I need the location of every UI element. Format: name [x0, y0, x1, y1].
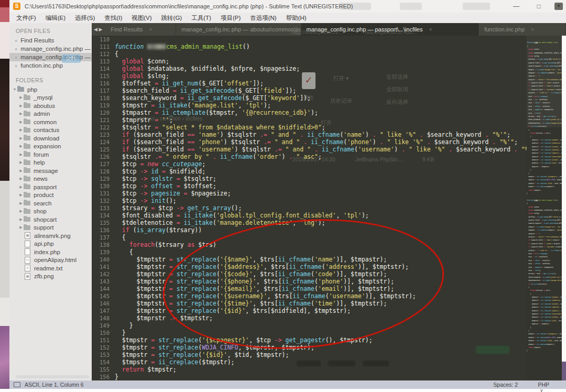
- chevron-right-icon[interactable]: ▶: [18, 177, 24, 181]
- folder-open-icon: [17, 87, 24, 92]
- code-text: if ($search_field == 'username') $tsqlst…: [115, 146, 527, 153]
- close-icon[interactable]: ×: [15, 63, 17, 69]
- chevron-down-icon: ∨: [540, 388, 543, 392]
- close-icon[interactable]: ×: [15, 55, 17, 60]
- menu-item[interactable]: 项目(P): [216, 14, 245, 22]
- tab-close-icon[interactable]: ×: [429, 27, 432, 32]
- folder-icon: [24, 95, 30, 100]
- tab-close-icon[interactable]: ×: [149, 27, 152, 32]
- open-file-item[interactable]: ×Find Results: [9, 36, 92, 45]
- menu-item[interactable]: 工具(T): [187, 14, 216, 22]
- folder-item-message[interactable]: ▶message: [9, 167, 92, 175]
- code-text: $tcp -> sqlstr = $tsqlstr;: [115, 175, 216, 182]
- folder-item-search[interactable]: ▶search: [9, 199, 92, 208]
- image-file-icon: ▦: [25, 273, 30, 280]
- folder-item-help[interactable]: ▶help: [9, 159, 92, 167]
- chevron-right-icon[interactable]: ▶: [18, 160, 24, 165]
- syntax-label[interactable]: PHP: [538, 382, 549, 388]
- maximize-button[interactable]: □: [531, 0, 547, 13]
- code-text: foreach($trsary as $trs): [115, 241, 216, 248]
- chevron-right-icon[interactable]: ▶: [18, 144, 24, 148]
- chevron-right-icon[interactable]: ▶: [18, 112, 24, 116]
- code-text: $tmptstr = str_replace('{$time}', $trs[i…: [115, 300, 387, 307]
- menu-item[interactable]: 选择(S): [70, 14, 100, 22]
- background-thumbnail-purple: [0, 326, 9, 392]
- folder-item-product[interactable]: ▶product: [9, 191, 92, 200]
- file-item-readme.txt[interactable]: ≡readme.txt: [9, 264, 92, 273]
- tab-scroll-arrows-icon[interactable]: ◀ ▶: [92, 23, 105, 36]
- folder-item-forum[interactable]: ▶forum: [9, 150, 92, 159]
- code-line: 140 $tmptstr = str_replace('{$name}', $t…: [92, 256, 527, 263]
- menu-item[interactable]: 视图(V): [127, 14, 156, 22]
- file-label: zfb.png: [34, 273, 54, 279]
- file-item-zfb.png[interactable]: ▦zfb.png: [9, 273, 92, 281]
- open-file-item[interactable]: ×manage_config.inc.php — aboutus\common\…: [9, 45, 92, 53]
- folder-item-common[interactable]: ▶common: [9, 118, 92, 126]
- code-line: 148 $tmprstr .= $tmptstr;: [92, 314, 527, 322]
- menu-item[interactable]: 跳转(G): [157, 14, 187, 22]
- chevron-right-icon[interactable]: ▶: [18, 225, 24, 230]
- close-icon[interactable]: ×: [15, 47, 17, 52]
- chevron-right-icon[interactable]: ▶: [18, 153, 24, 157]
- code-text: $tsqlstr = "select * from $ndatabase whe…: [115, 124, 325, 131]
- folder-item-contactus[interactable]: ▶contactus: [9, 126, 92, 135]
- tab-2[interactable]: manage_config.inc.php — aboutus\common\i…: [176, 23, 301, 36]
- indent-setting-label[interactable]: Spaces: 2: [493, 382, 518, 388]
- line-number: 127: [92, 160, 115, 168]
- chevron-right-icon[interactable]: ▶: [18, 95, 24, 100]
- folder-item-shopcart[interactable]: ▶shopcart: [9, 215, 92, 224]
- line-number: 126: [92, 153, 115, 160]
- menu-item[interactable]: 帮助(H): [281, 14, 311, 22]
- chevron-right-icon[interactable]: ▶: [18, 104, 24, 108]
- line-number: 116: [92, 80, 115, 87]
- minimap-viewport[interactable]: [527, 36, 562, 127]
- line-number: 133: [92, 204, 115, 212]
- menu-item[interactable]: 编辑(E): [41, 14, 70, 22]
- tab-1[interactable]: Find Results×: [105, 23, 176, 36]
- sidebar-scrollbar[interactable]: [16, 375, 89, 378]
- folder-item-expansion[interactable]: ▶expansion: [9, 143, 92, 151]
- chevron-right-icon[interactable]: ▶: [18, 185, 24, 189]
- chevron-right-icon[interactable]: ▶: [18, 209, 24, 213]
- folder-item-news[interactable]: ▶news: [9, 175, 92, 183]
- chevron-right-icon[interactable]: ▶: [18, 120, 24, 124]
- chevron-right-icon[interactable]: ▶: [18, 217, 24, 222]
- folder-item-admin[interactable]: ▶admin: [9, 110, 92, 118]
- minimize-button[interactable]: —: [508, 0, 524, 13]
- folder-root-php[interactable]: ▼php: [9, 85, 92, 94]
- line-number: 123: [92, 131, 115, 138]
- folder-item-download[interactable]: ▶download: [9, 134, 92, 143]
- menu-item[interactable]: 查找(I): [100, 14, 127, 22]
- folder-item-aboutus[interactable]: ▶aboutus: [9, 102, 92, 110]
- line-number: 124: [92, 138, 115, 146]
- folder-item-_mysql[interactable]: ▶_mysql: [9, 94, 92, 102]
- folder-item-shop[interactable]: ▶shop: [9, 208, 92, 216]
- tab-4[interactable]: function.inc.php×: [479, 23, 566, 36]
- file-item-alireamrk.png[interactable]: ▦alireamrk.png: [9, 232, 92, 240]
- tab-overflow-button[interactable]: ▼: [554, 3, 563, 10]
- chevron-right-icon[interactable]: ▶: [18, 193, 24, 197]
- chevron-down-icon[interactable]: ▼: [12, 88, 17, 91]
- menu-item[interactable]: 首选项(N): [245, 14, 281, 22]
- code-text: $trsary = $tcp -> get_rs_array();: [115, 204, 242, 212]
- line-number: 155: [92, 366, 115, 373]
- chevron-right-icon[interactable]: ▶: [18, 128, 24, 132]
- menu-item[interactable]: 文件(F): [12, 14, 41, 22]
- chevron-right-icon[interactable]: ▶: [18, 201, 24, 205]
- tab-close-icon[interactable]: ×: [531, 27, 534, 32]
- file-item-openAlipay.html[interactable]: <>openAlipay.html: [9, 256, 92, 265]
- code-text: $tcp -> offset = $toffset;: [115, 182, 216, 190]
- file-item-index.php[interactable]: index.php: [9, 248, 92, 256]
- folder-icon: [24, 152, 30, 157]
- chevron-right-icon[interactable]: ▶: [18, 169, 24, 173]
- file-label: api.php: [34, 241, 54, 247]
- chevron-right-icon[interactable]: ▶: [18, 136, 24, 140]
- line-number: 112: [92, 50, 115, 58]
- status-bar: ASCII, Line 1, Column 6 Spaces: 2 PHP: [9, 380, 566, 389]
- folder-item-support[interactable]: ▶support: [9, 224, 92, 232]
- open-files-header: OPEN FILES: [9, 23, 92, 36]
- folder-item-passport[interactable]: ▶passport: [9, 183, 92, 191]
- close-icon[interactable]: ×: [15, 38, 17, 43]
- folder-icon: [24, 217, 30, 222]
- file-item-api.php[interactable]: api.php: [9, 240, 92, 248]
